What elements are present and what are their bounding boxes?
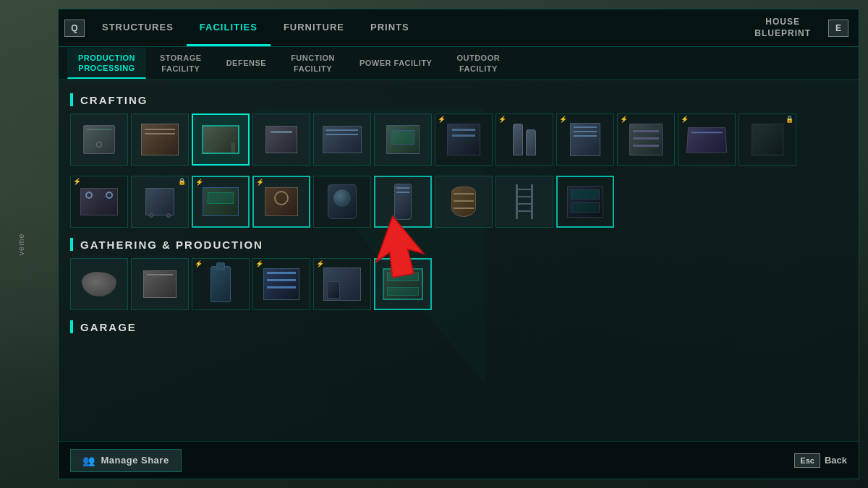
- sub-nav: PRODUCTIONPROCESSING STORAGEFACILITY DEF…: [59, 47, 859, 80]
- item-cell[interactable]: [70, 258, 128, 310]
- item-cell[interactable]: [131, 114, 189, 166]
- item-cell[interactable]: ⚡: [495, 114, 553, 166]
- item-icon: [260, 265, 302, 303]
- subtab-outdoor-facility[interactable]: OUTDOORFACILITY: [446, 48, 511, 79]
- item-cell[interactable]: [435, 176, 493, 228]
- manage-share-icon: 👥: [82, 455, 95, 466]
- item-icon: [139, 265, 181, 303]
- item-icon: [746, 121, 788, 158]
- tab-structures[interactable]: STRUCTURES: [89, 9, 187, 46]
- item-cell[interactable]: [313, 114, 371, 166]
- item-icon: [382, 265, 424, 303]
- item-cell[interactable]: 🔒: [131, 176, 189, 228]
- main-panel: Q STRUCTURES FACILITIES FURNITURE PRINTS…: [58, 9, 859, 479]
- item-cell[interactable]: [374, 258, 432, 310]
- item-icon: [200, 265, 242, 303]
- item-cell[interactable]: 🔒: [739, 114, 796, 166]
- item-icon: [564, 183, 606, 221]
- item-cell[interactable]: ⚡: [192, 176, 250, 228]
- item-cell[interactable]: [313, 176, 371, 228]
- top-nav: Q STRUCTURES FACILITIES FURNITURE PRINTS…: [59, 9, 859, 47]
- item-icon: [260, 121, 302, 158]
- item-icon: [78, 265, 120, 303]
- item-icon: [139, 183, 181, 221]
- item-icon: [78, 121, 120, 158]
- item-cell[interactable]: ⚡: [252, 258, 310, 310]
- crafting-section-header: CRAFTING: [70, 93, 847, 106]
- gathering-grid-row1: ⚡ ⚡ ⚡: [70, 258, 847, 310]
- tab-prints[interactable]: PRINTS: [357, 9, 422, 46]
- bottom-bar: 👥 Manage Share Esc Back: [59, 441, 859, 479]
- bottom-spacer: [70, 341, 847, 369]
- item-cell[interactable]: ⚡: [617, 114, 675, 166]
- item-icon: [443, 121, 485, 158]
- item-cell[interactable]: [556, 176, 614, 228]
- item-icon: [78, 183, 120, 221]
- crafting-grid-row2: ⚡ 🔒 ⚡: [70, 176, 847, 228]
- item-icon: [321, 265, 363, 303]
- tab-facilities[interactable]: FACILITIES: [187, 9, 271, 46]
- crafting-grid-row1: ⚡ ⚡ ⚡: [70, 114, 847, 166]
- gathering-section-header: GATHERING & PRODUCTION: [70, 238, 847, 251]
- item-cell[interactable]: [252, 114, 310, 166]
- item-icon: [382, 183, 424, 221]
- back-button[interactable]: Esc Back: [794, 453, 847, 468]
- item-icon: [260, 183, 302, 221]
- left-label: veme: [17, 233, 25, 255]
- item-cell-tank[interactable]: [374, 176, 432, 228]
- item-cell[interactable]: ⚡: [435, 114, 493, 166]
- item-icon: [625, 121, 667, 158]
- garage-section-header: GARAGE: [70, 320, 847, 333]
- item-cell[interactable]: [192, 114, 250, 166]
- item-icon: [321, 121, 363, 158]
- item-icon: [321, 183, 363, 221]
- subtab-function-facility[interactable]: FUNCTIONFACILITY: [280, 48, 346, 79]
- subtab-production-processing[interactable]: PRODUCTIONPROCESSING: [67, 48, 146, 80]
- subtab-defense[interactable]: DEFENSE: [216, 53, 277, 73]
- subtab-power-facility[interactable]: POWER FACILITY: [349, 53, 443, 73]
- esc-key[interactable]: Esc: [794, 453, 820, 468]
- manage-share-label: Manage Share: [101, 455, 169, 466]
- item-icon: [443, 183, 485, 221]
- item-cell[interactable]: ⚡: [678, 114, 736, 166]
- manage-share-button[interactable]: 👥 Manage Share: [70, 449, 182, 472]
- tab-furniture[interactable]: FURNITURE: [271, 9, 357, 46]
- item-icon: [503, 121, 545, 158]
- content-area: CRAFTING: [59, 80, 859, 441]
- item-icon: [139, 121, 181, 158]
- item-cell[interactable]: ⚡: [556, 114, 614, 166]
- subtab-storage-facility[interactable]: STORAGEFACILITY: [149, 48, 213, 79]
- item-icon: [382, 121, 424, 158]
- item-icon: [503, 183, 545, 221]
- item-icon: [200, 121, 242, 158]
- back-label: Back: [825, 455, 847, 466]
- item-icon: [564, 121, 606, 158]
- e-key-button[interactable]: E: [828, 20, 848, 37]
- item-cell[interactable]: [70, 114, 128, 166]
- item-cell[interactable]: [495, 176, 553, 228]
- item-cell[interactable]: ⚡: [192, 258, 250, 310]
- tab-house-blueprint[interactable]: HOUSEBLUEPRINT: [744, 17, 821, 39]
- item-cell[interactable]: ⚡: [313, 258, 371, 310]
- item-cell[interactable]: [374, 114, 432, 166]
- item-cell[interactable]: ⚡: [70, 176, 128, 228]
- q-key-button[interactable]: Q: [64, 20, 85, 37]
- item-cell[interactable]: [131, 258, 189, 310]
- item-icon: [686, 121, 728, 158]
- item-icon: [200, 183, 242, 221]
- item-cell[interactable]: ⚡: [252, 176, 310, 228]
